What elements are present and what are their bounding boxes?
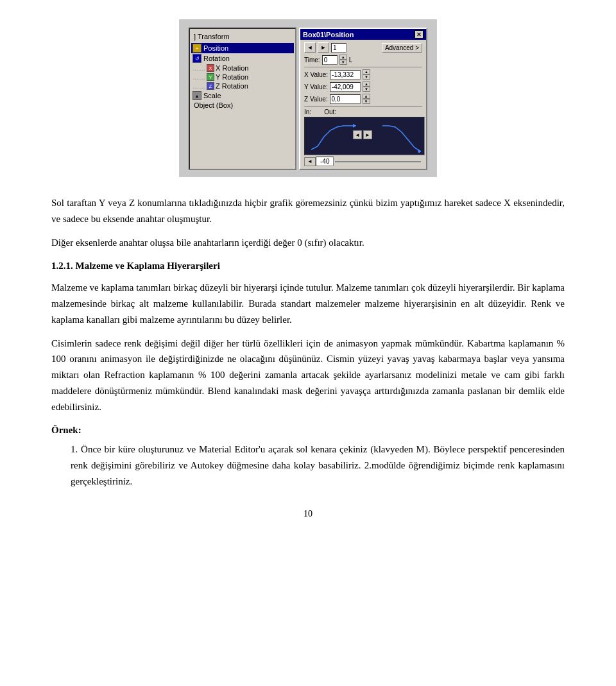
tree-item-z-rotation[interactable]: …… Z Z Rotation (191, 81, 294, 90)
tree-item-x-rotation[interactable]: …… X X Rotation (191, 64, 294, 73)
section-number: 1.2.1. (51, 261, 73, 271)
tree-item-scale[interactable]: ▲ Scale (191, 90, 294, 101)
section-title: Malzeme ve Kaplama Hiyerarşileri (76, 261, 220, 271)
nav-value-input[interactable]: 1 (331, 43, 346, 53)
chart-center-nav: ◄ ► (353, 130, 372, 139)
dots-x: …… (193, 65, 205, 72)
timeline-bar (335, 161, 421, 162)
z-rotation-icon: Z (207, 82, 214, 90)
dots-z: …… (193, 83, 205, 90)
nav-right-button[interactable]: ► (318, 42, 329, 53)
scale-icon: ▲ (193, 91, 201, 100)
z-value-input[interactable]: 0,0 (330, 94, 361, 104)
time-spin-up[interactable]: ▲ (339, 55, 347, 60)
z-value-row: Z Value: 0,0 ▲ ▼ (304, 94, 422, 104)
position-dialog: Box01\Position ✕ ◄ ► 1 Advanced > Time: (299, 28, 427, 170)
paragraph-1: Sol taraftan Y veya Z konumlarına tıklad… (51, 195, 565, 227)
section-paragraph-1: Malzeme ve kaplama tanımları birkaç düze… (51, 280, 565, 327)
out-curve (382, 121, 421, 153)
dialog-close-button[interactable]: ✕ (415, 30, 424, 39)
y-spin-down[interactable]: ▼ (363, 87, 370, 92)
example-text: 1. Önce bir küre oluşturunuz ve Material… (71, 442, 565, 489)
x-rotation-label: X Rotation (216, 64, 248, 72)
z-label: Z Value: (304, 96, 328, 103)
z-spin-up[interactable]: ▲ (363, 94, 370, 99)
rotation-icon: ↺ (193, 54, 201, 63)
paragraph-2: Diğer eksenlerde anahtar oluşsa bile ana… (51, 235, 565, 251)
chart-nav-right[interactable]: ► (363, 130, 372, 139)
l-label: L (349, 56, 353, 64)
transform-panel: ] Transform + Position ↺ Rotation …… X X… (189, 28, 296, 170)
nav-row: ◄ ► 1 Advanced > (304, 42, 422, 53)
page: ] Transform + Position ↺ Rotation …… X X… (0, 0, 616, 686)
time-spin-down[interactable]: ▼ (339, 60, 347, 65)
tree-item-y-rotation[interactable]: …… Y Y Rotation (191, 73, 294, 81)
time-label: Time: (304, 56, 320, 64)
tree-item-position[interactable]: + Position (191, 43, 294, 53)
in-out-labels: In: Out: (304, 108, 422, 116)
time-spinner: ▲ ▼ (339, 55, 347, 65)
divider-2 (304, 106, 422, 107)
main-content: Sol taraftan Y veya Z konumlarına tıklad… (51, 195, 565, 490)
out-label: Out: (324, 108, 336, 116)
dialog-title: Box01\Position (303, 31, 354, 39)
tree-item-object[interactable]: Object (Box) (191, 101, 294, 110)
advanced-button[interactable]: Advanced > (382, 43, 422, 53)
time-value-input[interactable]: 0 (322, 55, 338, 65)
bottom-value: -40 (316, 157, 334, 166)
x-label: X Value: (304, 71, 328, 78)
section-heading: 1.2.1. Malzeme ve Kaplama Hiyerarşileri (51, 258, 565, 273)
chart-area: ◄ ► (304, 117, 425, 155)
x-spin-up[interactable]: ▲ (363, 69, 370, 74)
rotation-label: Rotation (203, 55, 230, 62)
tree-item-rotation[interactable]: ↺ Rotation (191, 53, 294, 64)
time-row: Time: 0 ▲ ▼ L (304, 55, 422, 65)
divider-1 (304, 67, 422, 67)
x-spinner: ▲ ▼ (363, 69, 370, 80)
z-rotation-label: Z Rotation (216, 82, 248, 90)
transform-title: ] Transform (191, 31, 294, 42)
section-paragraph-2: Cisimlerin sadece renk değişimi değil di… (51, 336, 565, 415)
x-value-row: X Value: -13,332 ▲ ▼ (304, 69, 422, 80)
screenshot-box: ] Transform + Position ↺ Rotation …… X X… (179, 19, 437, 177)
x-value-input[interactable]: -13,332 (330, 70, 361, 80)
dialog-body: ◄ ► 1 Advanced > Time: 0 ▲ ▼ (300, 40, 426, 169)
object-label: Object (Box) (194, 101, 233, 109)
position-label: Position (203, 44, 228, 52)
z-spinner: ▲ ▼ (363, 94, 370, 104)
scale-label: Scale (203, 92, 221, 99)
chart-bottom-nav-left[interactable]: ◄ (304, 157, 316, 166)
nav-left-button[interactable]: ◄ (304, 42, 316, 53)
in-label: In: (304, 108, 311, 116)
x-spin-down[interactable]: ▼ (363, 74, 370, 80)
z-spin-down[interactable]: ▼ (363, 99, 370, 104)
y-value-input[interactable]: -42,009 (330, 82, 361, 92)
svg-marker-0 (353, 124, 356, 128)
y-label: Y Value: (304, 83, 328, 90)
y-value-row: Y Value: -42,009 ▲ ▼ (304, 81, 422, 92)
dialog-title-bar: Box01\Position ✕ (300, 29, 426, 40)
position-icon: + (193, 44, 201, 53)
y-rotation-icon: Y (207, 73, 214, 81)
page-number: 10 (51, 509, 565, 519)
x-rotation-icon: X (207, 64, 214, 72)
in-curve (311, 121, 356, 153)
dots-y: …… (193, 74, 205, 81)
chart-nav-row: ◄ -40 (304, 157, 422, 166)
y-spin-up[interactable]: ▲ (363, 81, 370, 87)
y-rotation-label: Y Rotation (216, 73, 248, 81)
y-spinner: ▲ ▼ (363, 81, 370, 92)
chart-nav-left[interactable]: ◄ (353, 130, 362, 139)
example-label: Örnek: (51, 422, 565, 438)
screenshot-container: ] Transform + Position ↺ Rotation …… X X… (51, 19, 565, 177)
